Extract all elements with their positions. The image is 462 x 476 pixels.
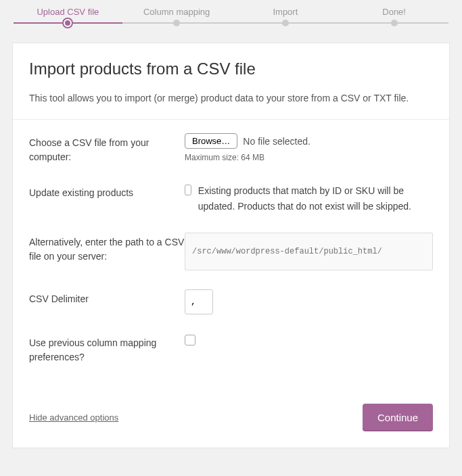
form-body: Choose a CSV file from your computer: Br… xyxy=(13,120,449,390)
row-previous-mapping: Use previous column mapping preferences? xyxy=(29,333,433,364)
browse-button[interactable]: Browse… xyxy=(185,133,237,149)
continue-button[interactable]: Continue xyxy=(363,404,433,431)
progress-step-import: Import xyxy=(231,7,340,29)
delimiter-input[interactable] xyxy=(185,289,213,314)
update-existing-description: Existing products that match by ID or SK… xyxy=(198,183,433,214)
progress-bar: Upload CSV file Column mapping Import Do… xyxy=(0,0,462,29)
row-update-existing: Update existing products Existing produc… xyxy=(29,183,433,214)
page-title: Import products from a CSV file xyxy=(29,60,433,78)
file-status: No file selected. xyxy=(243,136,310,147)
update-existing-checkbox[interactable] xyxy=(185,185,191,195)
progress-dot-icon xyxy=(282,20,289,26)
progress-step-label: Column mapping xyxy=(143,7,210,17)
update-existing-label: Update existing products xyxy=(29,183,185,200)
progress-step-done: Done! xyxy=(340,7,448,29)
panel-footer: Hide advanced options Continue xyxy=(13,390,449,448)
row-server-path: Alternatively, enter the path to a CSV f… xyxy=(29,233,433,270)
previous-mapping-label: Use previous column mapping preferences? xyxy=(29,333,185,364)
page-description: This tool allows you to import (or merge… xyxy=(29,91,433,105)
progress-dot-icon xyxy=(173,20,180,26)
progress-dot-icon xyxy=(391,20,398,26)
progress-step-label: Import xyxy=(273,7,298,17)
progress-step-label: Done! xyxy=(382,7,406,17)
delimiter-label: CSV Delimiter xyxy=(29,289,185,306)
toggle-advanced-options[interactable]: Hide advanced options xyxy=(29,412,118,423)
progress-step-mapping: Column mapping xyxy=(122,7,231,29)
progress-step-label: Upload CSV file xyxy=(37,7,99,17)
choose-file-label: Choose a CSV file from your computer: xyxy=(29,133,185,164)
row-delimiter: CSV Delimiter xyxy=(29,289,433,314)
server-path-input[interactable] xyxy=(185,233,433,270)
server-path-label: Alternatively, enter the path to a CSV f… xyxy=(29,233,185,264)
row-choose-file: Choose a CSV file from your computer: Br… xyxy=(29,133,433,164)
import-panel: Import products from a CSV file This too… xyxy=(12,43,450,448)
progress-step-upload: Upload CSV file xyxy=(14,7,122,29)
progress-dot-icon xyxy=(64,19,72,27)
panel-header: Import products from a CSV file This too… xyxy=(13,43,449,120)
max-size-hint: Maximum size: 64 MB xyxy=(185,153,433,162)
previous-mapping-checkbox[interactable] xyxy=(185,335,195,346)
